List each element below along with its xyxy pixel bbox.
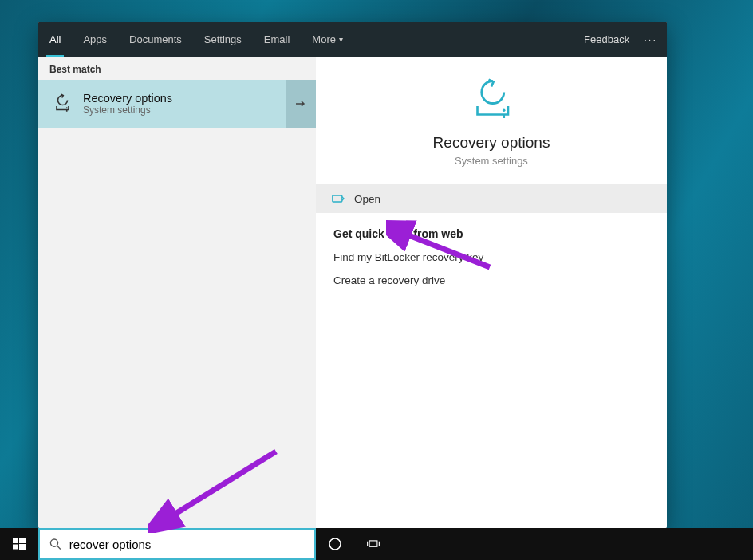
- result-row: Recovery options System settings: [38, 80, 316, 128]
- start-button[interactable]: [0, 528, 38, 560]
- svg-point-7: [50, 539, 57, 546]
- svg-point-1: [503, 109, 506, 112]
- svg-rect-6: [19, 544, 26, 550]
- tab-all[interactable]: All: [38, 22, 72, 57]
- open-action[interactable]: Open: [316, 184, 667, 213]
- tab-email[interactable]: Email: [253, 22, 302, 57]
- svg-rect-2: [333, 195, 342, 202]
- open-label: Open: [354, 193, 380, 205]
- arrow-right-icon: [294, 97, 307, 110]
- quick-help-header: Get quick help from web: [333, 227, 649, 240]
- feedback-link[interactable]: Feedback: [584, 34, 629, 45]
- taskview-button[interactable]: [354, 528, 392, 560]
- more-options-button[interactable]: ···: [644, 34, 657, 45]
- svg-rect-5: [13, 545, 18, 550]
- windows-icon: [13, 538, 26, 550]
- link-recovery-drive[interactable]: Create a recovery drive: [333, 274, 649, 286]
- svg-point-0: [66, 107, 68, 108]
- result-recovery-options[interactable]: Recovery options System settings: [38, 80, 286, 128]
- open-icon: [332, 193, 345, 204]
- result-expand-button[interactable]: [286, 80, 316, 128]
- taskbar-search[interactable]: [38, 528, 316, 560]
- taskview-icon: [366, 537, 380, 551]
- search-popup: All Apps Documents Settings Email More▾ …: [38, 22, 667, 528]
- preview-column: Recovery options System settings Open Ge…: [316, 57, 667, 528]
- svg-point-8: [329, 538, 341, 550]
- svg-rect-3: [13, 538, 18, 543]
- tab-more[interactable]: More▾: [301, 22, 354, 57]
- recovery-large-icon: [463, 78, 519, 123]
- recovery-icon: [49, 92, 73, 116]
- search-tab-header: All Apps Documents Settings Email More▾ …: [38, 22, 667, 57]
- search-icon: [49, 538, 61, 550]
- cortana-icon: [328, 537, 342, 551]
- search-input[interactable]: [69, 538, 305, 551]
- svg-rect-9: [369, 541, 377, 546]
- preview-title: Recovery options: [433, 134, 550, 152]
- tab-apps[interactable]: Apps: [72, 22, 118, 57]
- chevron-down-icon: ▾: [339, 35, 343, 44]
- cortana-button[interactable]: [316, 528, 354, 560]
- tab-settings[interactable]: Settings: [193, 22, 253, 57]
- link-bitlocker[interactable]: Find my BitLocker recovery key: [333, 251, 649, 263]
- result-subtitle: System settings: [83, 105, 172, 116]
- tab-documents[interactable]: Documents: [118, 22, 193, 57]
- result-title: Recovery options: [83, 92, 172, 105]
- preview-subtitle: System settings: [455, 155, 528, 167]
- results-column: Best match Recovery options System setti…: [38, 57, 316, 528]
- svg-rect-4: [19, 538, 26, 543]
- taskbar: [0, 528, 753, 560]
- best-match-label: Best match: [38, 57, 316, 80]
